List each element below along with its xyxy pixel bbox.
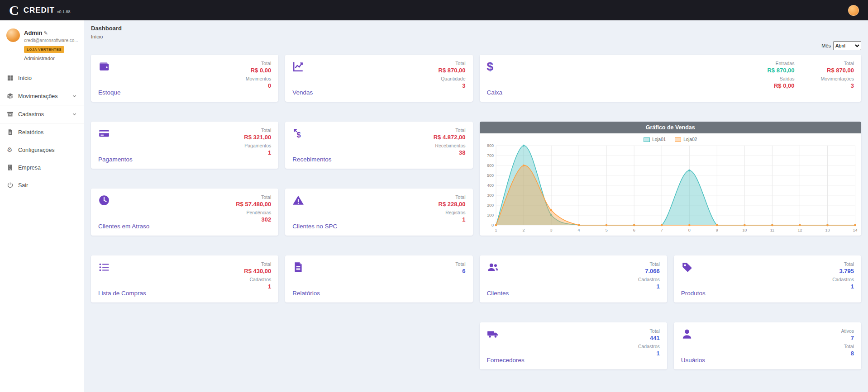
stat-value: 441 <box>638 335 660 342</box>
legend-label: Loja01 <box>652 137 666 142</box>
stat-value: 1 <box>832 283 854 290</box>
card-relatorios-title[interactable]: Relatórios <box>292 290 320 297</box>
user-name: Admin <box>24 29 42 36</box>
card-pagamentos: Pagamentos Total R$ 321,00 Pagamentos 1 <box>91 122 278 169</box>
month-filter-label: Mês <box>821 43 831 48</box>
stat-value: R$ 870,00 <box>767 67 794 74</box>
sidebar-item-label: Movimentações <box>18 93 58 99</box>
users-group-icon <box>487 261 509 275</box>
svg-text:$: $ <box>297 131 301 139</box>
svg-text:8: 8 <box>688 228 690 232</box>
wallet-icon <box>98 61 121 74</box>
chevron-down-icon <box>72 93 77 99</box>
card-fornecedores-title[interactable]: Fornecedores <box>487 357 525 364</box>
svg-text:400: 400 <box>486 183 493 188</box>
stat-label: Registros <box>439 210 466 216</box>
card-clientes-spc-title[interactable]: Clientes no SPC <box>292 223 337 230</box>
card-estoque-title[interactable]: Estoque <box>98 89 121 96</box>
stat-value: 302 <box>236 216 271 223</box>
stat-value: R$ 4.872,00 <box>434 134 466 141</box>
app-logo: C <box>9 3 19 18</box>
grid-icon <box>7 75 14 81</box>
dashboard-grid: Estoque Total R$ 0,00 Movimentos 0 Venda… <box>91 55 861 369</box>
user-icon <box>681 328 705 342</box>
stat-label: Cadastros <box>244 277 271 283</box>
sidebar: Admin✎ credit@anronsoftware.co... LOJA V… <box>0 20 84 392</box>
stat-label: Total <box>244 261 271 268</box>
stat-value: R$ 870,00 <box>820 67 854 74</box>
stat-label: Total <box>246 61 272 67</box>
card-vendas-title[interactable]: Vendas <box>292 89 313 96</box>
sidebar-item-cadastros[interactable]: Cadastros <box>0 105 84 123</box>
svg-text:4: 4 <box>577 228 580 232</box>
stat-label: Total <box>638 261 660 268</box>
sidebar-item-movimentacoes[interactable]: Movimentações <box>0 87 84 105</box>
report-icon <box>7 129 14 136</box>
card-clientes-atraso-title[interactable]: Clientes em Atraso <box>98 223 149 230</box>
avatar <box>6 28 20 42</box>
svg-text:11: 11 <box>770 228 774 232</box>
sidebar-item-label: Empresa <box>18 165 41 171</box>
sidebar-item-configuracoes[interactable]: ⚙ Configurações <box>0 141 84 159</box>
stat-value: R$ 0,00 <box>246 67 272 74</box>
svg-text:10: 10 <box>742 228 747 232</box>
card-usuarios-title[interactable]: Usuários <box>681 357 705 364</box>
card-clientes-spc: Clientes no SPC Total R$ 228,00 Registro… <box>285 189 472 236</box>
sidebar-item-sair[interactable]: Sair <box>0 176 84 194</box>
chart-title: Gráfico de Vendas <box>480 122 862 133</box>
stat-value: R$ 57.480,00 <box>236 201 271 208</box>
stat-label: Pendências <box>236 210 271 216</box>
stat-value: 1 <box>244 149 271 156</box>
store-badge: LOJA VERTENTES <box>24 46 64 53</box>
stat-value: 8 <box>841 350 854 357</box>
sidebar-item-label: Sair <box>18 182 28 189</box>
stat-label: Cadastros <box>638 277 660 283</box>
card-vendas: Vendas Total R$ 870,00 Quantidade 3 <box>285 55 472 102</box>
legend-item-loja01[interactable]: Loja01 <box>644 137 666 142</box>
stat-label: Total <box>455 261 465 268</box>
stat-label: Total <box>236 194 271 201</box>
month-select[interactable]: Abril <box>833 41 861 50</box>
svg-text:7: 7 <box>660 228 663 232</box>
svg-text:100: 100 <box>486 213 493 217</box>
stat-value: 6 <box>455 268 465 275</box>
stat-value: 7.066 <box>638 268 660 275</box>
sidebar-item-empresa[interactable]: Empresa <box>0 159 84 176</box>
svg-text:0: 0 <box>491 223 494 227</box>
card-recebimentos-title[interactable]: Recebimentos <box>292 156 331 163</box>
stat-value: R$ 870,00 <box>439 67 466 74</box>
stat-value: 1 <box>439 216 466 223</box>
stat-label: Total <box>439 61 466 67</box>
stat-label: Cadastros <box>638 344 660 350</box>
stat-value: R$ 0,00 <box>767 82 794 90</box>
svg-text:6: 6 <box>633 228 635 232</box>
card-lista-compras-title[interactable]: Lista de Compras <box>98 290 146 297</box>
sidebar-item-inicio[interactable]: Início <box>0 69 84 87</box>
stat-label: Movimentos <box>246 76 272 82</box>
card-produtos-title[interactable]: Produtos <box>681 290 706 297</box>
stat-label: Recebimentos <box>434 143 466 149</box>
main-content: Dashboard Início Mês Abril Estoque Total… <box>84 20 868 392</box>
svg-text:1: 1 <box>495 228 497 232</box>
card-pagamentos-title[interactable]: Pagamentos <box>98 156 133 163</box>
edit-profile-icon[interactable]: ✎ <box>43 30 48 36</box>
svg-text:500: 500 <box>486 173 493 178</box>
card-recebimentos: $ Recebimentos Total R$ 4.872,00 Recebim… <box>285 122 472 169</box>
breadcrumb: Início <box>91 34 861 39</box>
card-caixa-title[interactable]: Caixa <box>487 89 503 96</box>
card-clientes-title[interactable]: Clientes <box>487 290 509 297</box>
user-email: credit@anronsoftware.co... <box>24 38 78 43</box>
building-icon <box>7 164 14 171</box>
legend-item-loja02[interactable]: Loja02 <box>675 137 697 142</box>
sidebar-item-relatorios[interactable]: Relatórios <box>0 123 84 141</box>
user-avatar[interactable] <box>848 5 859 16</box>
warning-icon <box>292 194 337 208</box>
card-clientes-atraso: Clientes em Atraso Total R$ 57.480,00 Pe… <box>91 189 278 236</box>
stat-label: Cadastros <box>832 277 854 283</box>
svg-text:300: 300 <box>486 193 493 198</box>
stat-label: Total <box>638 328 660 335</box>
legend-swatch-loja01 <box>644 137 650 142</box>
svg-text:5: 5 <box>605 228 607 232</box>
stat-value: R$ 321,00 <box>244 134 271 141</box>
stat-label: Quantidade <box>439 76 466 82</box>
